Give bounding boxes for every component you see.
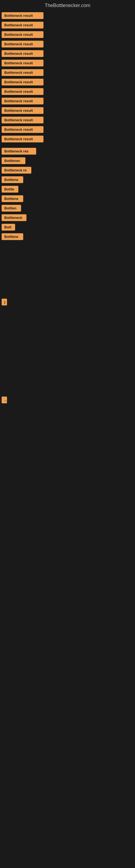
list-item[interactable]: Bottleneck result	[2, 31, 133, 39]
list-item[interactable]: Bottlen	[2, 205, 133, 213]
list-item[interactable]: Bottleneck result	[2, 22, 133, 30]
list-item[interactable]: Bottleneck result	[2, 50, 133, 58]
list-item[interactable]: Bottleneck res	[2, 148, 133, 156]
site-title: TheBottlenecker.com	[0, 0, 135, 10]
list-item[interactable]: Bottlene	[2, 233, 133, 241]
list-item[interactable]: Bottleneck	[2, 214, 133, 222]
list-item[interactable]: Bottleneck result	[2, 41, 133, 49]
list-item[interactable]: Bottleneck result	[2, 107, 133, 115]
list-item[interactable]: Bottleneck result	[2, 126, 133, 134]
bottleneck-result-label: Bottleneck res	[2, 148, 36, 155]
bottleneck-result-label: Bottle	[2, 186, 18, 193]
bottleneck-result-label: Bottleneck result	[2, 79, 43, 86]
list-item[interactable]: |	[2, 299, 133, 307]
bottleneck-result-label: Bottleneck result	[2, 60, 43, 66]
bottleneck-result-label: Bottleneck result	[2, 126, 43, 133]
list-item[interactable]: Bottle	[2, 186, 133, 194]
list-item[interactable]: Bottleneck result	[2, 79, 133, 87]
bottleneck-result-label: Bottleneck	[2, 214, 27, 221]
bottleneck-result-label: Bottlene	[2, 176, 23, 183]
bottleneck-result-label: Bottleneck result	[2, 88, 43, 95]
bottleneck-result-label: Bottleneck result	[2, 12, 43, 19]
list-item[interactable]: Bottlene	[2, 176, 133, 184]
list-item[interactable]: Bott	[2, 224, 133, 231]
bottleneck-result-label: Bottleneck result	[2, 107, 43, 114]
list-item[interactable]: Bottleneck re	[2, 167, 133, 175]
bottleneck-result-label: Bottlene	[2, 233, 23, 240]
bottleneck-result-label: Bottleneck re	[2, 167, 31, 174]
list-item[interactable]: …	[2, 397, 133, 404]
bottleneck-result-label: Bottlene	[2, 195, 23, 202]
list-item[interactable]: Bottleneck result	[2, 60, 133, 67]
list-item[interactable]: Bottlenec	[2, 157, 133, 165]
list-item[interactable]: Bottleneck result	[2, 117, 133, 124]
items-container: Bottleneck resultBottleneck resultBottle…	[0, 12, 135, 460]
bottleneck-result-label: Bottleneck result	[2, 22, 43, 29]
bottleneck-result-label: …	[2, 397, 7, 403]
bottleneck-result-label: |	[2, 299, 7, 305]
bottleneck-result-label: Bottlenec	[2, 157, 26, 164]
bottleneck-result-label: Bottleneck result	[2, 135, 43, 143]
list-item[interactable]: Bottleneck result	[2, 12, 133, 20]
page-container: TheBottlenecker.com Bottleneck resultBot…	[0, 0, 135, 460]
bottleneck-result-label: Bottleneck result	[2, 117, 43, 123]
bottleneck-result-label: Bottleneck result	[2, 98, 43, 104]
bottleneck-result-label: Bottleneck result	[2, 41, 43, 48]
bottleneck-result-label: Bottleneck result	[2, 69, 43, 76]
bottleneck-result-label: Bott	[2, 224, 15, 230]
bottleneck-result-label: Bottlen	[2, 205, 21, 212]
list-item[interactable]: Bottleneck result	[2, 88, 133, 96]
list-item[interactable]: Bottleneck result	[2, 98, 133, 105]
bottleneck-result-label: Bottleneck result	[2, 50, 43, 57]
list-item[interactable]: Bottleneck result	[2, 69, 133, 77]
list-item[interactable]: Bottlene	[2, 195, 133, 203]
bottleneck-result-label: Bottleneck result	[2, 31, 43, 38]
list-item[interactable]: Bottleneck result	[2, 135, 133, 144]
